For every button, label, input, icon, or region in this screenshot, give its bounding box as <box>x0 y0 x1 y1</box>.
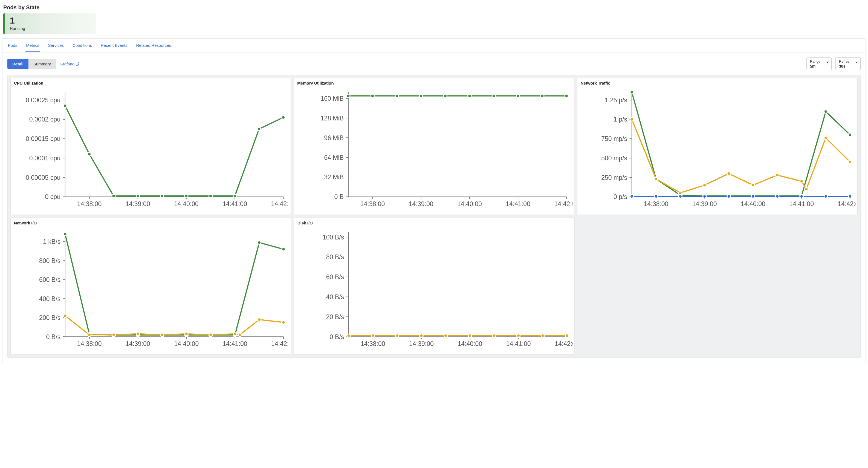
svg-point-66 <box>516 94 520 98</box>
svg-text:14:38:00: 14:38:00 <box>77 200 102 208</box>
svg-text:0.00015 cpu: 0.00015 cpu <box>26 135 60 142</box>
svg-text:20 B/s: 20 B/s <box>326 313 344 320</box>
chart-title: Network I/O <box>14 221 289 225</box>
svg-point-164 <box>209 333 213 337</box>
svg-text:14:39:00: 14:39:00 <box>409 340 434 347</box>
chart-card-memory: Memory Utilization 0 B32 MiB64 MiB96 MiB… <box>293 78 574 215</box>
svg-point-194 <box>371 334 375 338</box>
refresh-label: Refresh <box>839 59 852 63</box>
refresh-dropdown[interactable]: Refresh 30s <box>835 58 861 70</box>
tab-related-resources[interactable]: Related Resources <box>136 41 172 52</box>
svg-point-168 <box>282 320 285 324</box>
svg-point-60 <box>371 94 375 98</box>
svg-point-93 <box>630 91 633 94</box>
svg-point-108 <box>751 183 755 187</box>
svg-point-68 <box>565 94 568 98</box>
svg-text:750 mp/s: 750 mp/s <box>601 135 627 142</box>
svg-text:14:40:00: 14:40:00 <box>174 200 199 208</box>
svg-point-109 <box>776 173 779 177</box>
svg-point-31 <box>209 194 212 198</box>
svg-point-158 <box>63 314 67 317</box>
svg-point-103 <box>630 118 633 121</box>
svg-point-26 <box>88 152 91 156</box>
grafana-link-label: Grafana <box>60 62 74 66</box>
tab-pods[interactable]: Pods <box>7 41 18 52</box>
svg-text:14:39:00: 14:39:00 <box>409 200 433 208</box>
svg-text:14:40:00: 14:40:00 <box>741 200 765 208</box>
svg-point-102 <box>848 133 852 136</box>
svg-point-61 <box>395 94 399 98</box>
stat-label: Running <box>10 26 91 31</box>
svg-text:14:40:00: 14:40:00 <box>457 200 482 208</box>
tab-bar: Pods Metrics Services Conditions Recent … <box>2 39 866 53</box>
grafana-link[interactable]: Grafana <box>60 62 80 66</box>
chart-card-cpu: CPU Utilization 0 cpu0.00005 cpu0.0001 c… <box>10 78 291 215</box>
svg-point-106 <box>703 183 706 187</box>
chart-card-network-io: Network I/O 0 B/s200 B/s400 B/s600 B/s80… <box>10 218 291 355</box>
svg-text:14:42:00: 14:42:00 <box>555 340 573 347</box>
svg-point-123 <box>848 195 852 198</box>
tab-conditions[interactable]: Conditions <box>72 41 92 52</box>
svg-point-114 <box>630 195 633 198</box>
chart-empty-slot <box>578 218 858 355</box>
svg-text:14:42:00: 14:42:00 <box>271 200 289 208</box>
svg-point-110 <box>800 180 803 183</box>
svg-point-199 <box>493 334 496 338</box>
svg-point-165 <box>233 332 237 336</box>
svg-text:400 B/s: 400 B/s <box>39 295 60 302</box>
svg-point-167 <box>257 318 261 321</box>
svg-text:14:41:00: 14:41:00 <box>506 200 531 208</box>
chart-title: Network Traffic <box>581 81 856 85</box>
svg-point-111 <box>805 187 808 191</box>
chart-title: Disk I/O <box>298 221 573 225</box>
svg-text:14:39:00: 14:39:00 <box>126 200 150 208</box>
svg-point-161 <box>136 332 140 336</box>
svg-text:14:41:00: 14:41:00 <box>223 340 247 347</box>
svg-point-202 <box>565 334 569 338</box>
svg-point-121 <box>800 195 803 198</box>
svg-point-115 <box>654 195 658 198</box>
svg-point-197 <box>444 334 447 338</box>
svg-point-112 <box>824 136 828 140</box>
chart-memory: 0 B32 MiB64 MiB96 MiB128 MiB160 MiB14:38… <box>297 87 572 213</box>
svg-point-29 <box>160 194 164 198</box>
svg-text:0 B/s: 0 B/s <box>46 333 61 340</box>
range-value: 5m <box>810 64 823 68</box>
svg-text:0 cpu: 0 cpu <box>45 193 60 200</box>
svg-point-101 <box>824 110 828 113</box>
chart-network-io: 0 B/s200 B/s400 B/s600 B/s800 B/s1 kB/s1… <box>13 226 289 353</box>
svg-text:14:40:00: 14:40:00 <box>458 340 482 347</box>
svg-text:1.25 p/s: 1.25 p/s <box>605 97 627 104</box>
summary-button[interactable]: Summary <box>28 59 56 69</box>
svg-point-148 <box>63 232 67 236</box>
svg-text:600 B/s: 600 B/s <box>39 276 60 283</box>
svg-text:14:39:00: 14:39:00 <box>126 340 150 347</box>
svg-text:0 B: 0 B <box>334 193 344 200</box>
svg-point-67 <box>541 94 544 98</box>
metrics-toolbar: Detail Summary Grafana Range 5m Refresh … <box>2 53 866 72</box>
svg-point-65 <box>492 94 496 98</box>
svg-point-113 <box>848 160 852 164</box>
chart-title: CPU Utilization <box>14 81 289 85</box>
svg-point-193 <box>347 334 350 338</box>
svg-point-118 <box>727 195 731 198</box>
svg-point-201 <box>541 334 545 338</box>
svg-text:64 MiB: 64 MiB <box>324 154 344 161</box>
tab-recent-events[interactable]: Recent Events <box>100 41 128 52</box>
svg-point-198 <box>468 334 472 338</box>
svg-point-62 <box>420 94 423 98</box>
svg-point-159 <box>88 333 91 337</box>
svg-point-196 <box>420 334 423 338</box>
refresh-value: 30s <box>839 64 852 68</box>
svg-text:14:38:00: 14:38:00 <box>644 200 668 208</box>
svg-text:96 MiB: 96 MiB <box>324 134 344 142</box>
svg-text:0.00005 cpu: 0.00005 cpu <box>26 174 60 181</box>
svg-point-163 <box>185 332 188 336</box>
svg-point-30 <box>185 194 188 198</box>
tab-metrics[interactable]: Metrics <box>26 41 40 52</box>
detail-button[interactable]: Detail <box>7 59 28 69</box>
chart-card-network-traffic: Network Traffic 0 p/s250 mp/s500 mp/s750… <box>577 78 858 215</box>
tab-services[interactable]: Services <box>48 41 65 52</box>
range-dropdown[interactable]: Range 5m <box>806 58 832 70</box>
svg-text:0.0002 cpu: 0.0002 cpu <box>29 116 60 123</box>
